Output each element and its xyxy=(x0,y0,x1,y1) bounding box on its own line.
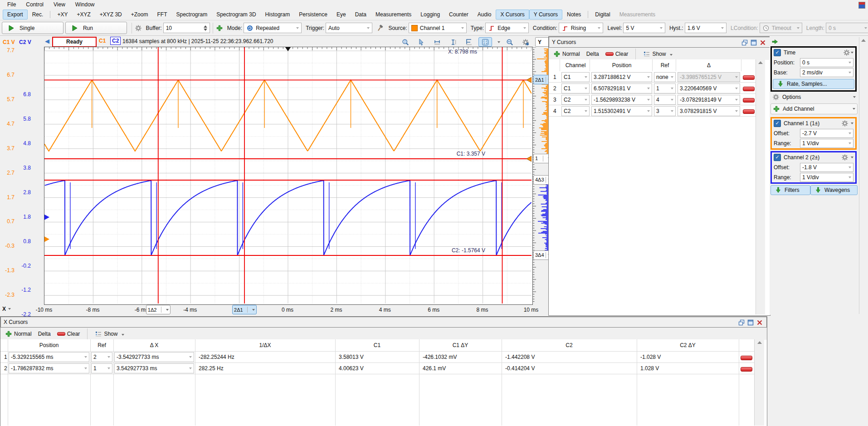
waveform-plot[interactable] xyxy=(44,47,532,304)
remove-cursor-button[interactable] xyxy=(743,86,755,93)
tab-counter[interactable]: Counter xyxy=(444,10,473,20)
tab-histogram[interactable]: Histogram xyxy=(261,10,295,20)
y-cursor-1-position-dropdown[interactable]: 3.287188612 V xyxy=(591,72,652,82)
setting-dropdown[interactable]: -1.8 V xyxy=(800,163,853,172)
tab-eye[interactable]: Eye xyxy=(332,10,351,20)
y-cursor-2-delta-dropdown[interactable]: 3.220640569 V xyxy=(678,83,740,93)
x-cursor-marker-1-2[interactable]: 1Δ2 xyxy=(146,305,171,314)
tab-spectrogram[interactable]: Spectrogram xyxy=(171,10,212,20)
remove-cursor-button[interactable] xyxy=(743,98,755,104)
expand-right-icon[interactable] xyxy=(771,38,779,45)
add-channel-button[interactable]: Add Channel xyxy=(770,103,858,114)
wavegens-button[interactable]: Wavegens xyxy=(810,185,858,195)
y-cursor-4-ref-dropdown[interactable]: 3 xyxy=(654,106,676,116)
remove-cursor-button[interactable] xyxy=(743,75,755,81)
x-cursor-1-position-dropdown[interactable]: -5.329215565 ms xyxy=(9,352,89,362)
add-normal-cursor-button[interactable]: Normal xyxy=(3,329,34,338)
channel-enable-checkbox[interactable]: ✓ xyxy=(774,120,781,127)
y-cursor-2-position-dropdown[interactable]: 6.507829181 V xyxy=(591,83,652,93)
tab-measurements[interactable]: Measurements xyxy=(615,10,660,20)
tab-export[interactable]: Export xyxy=(3,10,28,20)
add-delta-cursor-button[interactable]: Delta xyxy=(585,50,601,58)
filters-button[interactable]: Filters xyxy=(770,185,810,195)
y-cursor-2-ref-dropdown[interactable]: 1 xyxy=(654,83,676,93)
edge-measure-button[interactable] xyxy=(463,38,475,46)
plot-settings-button[interactable] xyxy=(519,38,532,46)
y-cursors-scrollbar[interactable] xyxy=(756,59,765,314)
y-cursor-3-ref-dropdown[interactable]: 4 xyxy=(654,95,676,105)
menu-window[interactable]: Window xyxy=(71,0,99,9)
remove-cursor-button[interactable] xyxy=(743,109,755,115)
add-normal-cursor-button[interactable]: Normal xyxy=(551,49,582,59)
x-cursor-1-dx-dropdown[interactable]: -3.542927733 ms xyxy=(114,352,194,362)
channel-enable-checkbox[interactable]: ✓ xyxy=(774,154,781,161)
menu-view[interactable]: View xyxy=(49,0,70,9)
trigger-dropdown[interactable]: Auto xyxy=(326,23,372,33)
setting-dropdown[interactable]: 1 V/div xyxy=(800,173,853,182)
condition-dropdown[interactable]: Rising xyxy=(559,23,604,33)
add-delta-cursor-button[interactable]: Delta xyxy=(36,330,53,338)
y-cursor-1-channel-dropdown[interactable]: C1 xyxy=(561,72,590,82)
tab-notes[interactable]: Notes xyxy=(562,10,585,20)
collapse-left-icon[interactable]: ◀ xyxy=(45,38,49,44)
x-cursors-scrollbar[interactable] xyxy=(754,339,764,426)
clear-cursors-button[interactable]: Clear xyxy=(604,50,630,58)
menu-file[interactable]: File xyxy=(3,0,20,9)
x-cursor-marker-2-1[interactable]: 2Δ1 xyxy=(232,305,257,314)
tab-zoom[interactable]: +Zoom xyxy=(127,10,153,20)
hysteresis-dropdown[interactable]: 1.6 V xyxy=(685,23,727,33)
tab-x-cursors[interactable]: X Cursors xyxy=(496,10,529,20)
tab-audio[interactable]: Audio xyxy=(473,10,496,20)
y-cursor-1-ref-dropdown[interactable]: none xyxy=(654,72,676,82)
buffer-spinbox[interactable]: 10 xyxy=(163,23,210,33)
app-corner-icon[interactable] xyxy=(858,2,865,9)
y-cursor-3-delta-dropdown[interactable]: -3.0782918149 V xyxy=(678,95,740,105)
show-menu-button[interactable]: Show xyxy=(641,49,674,59)
setting-dropdown[interactable]: 2 ms/div xyxy=(800,68,853,77)
y-cursors-titlebar[interactable]: Y Cursors xyxy=(549,37,770,48)
x-axis-selector[interactable]: X xyxy=(2,306,11,312)
tab-fft[interactable]: FFT xyxy=(152,10,171,20)
y-cursor-4-position-dropdown[interactable]: 1.515302491 V xyxy=(591,106,652,116)
tab-xyz-3d[interactable]: +XYZ 3D xyxy=(95,10,127,20)
close-window-button[interactable] xyxy=(759,39,767,46)
x-cursor-1-ref-dropdown[interactable]: 2 xyxy=(91,352,112,362)
setting-dropdown[interactable]: -2.7 V xyxy=(800,129,853,138)
tab-rec[interactable]: Rec. xyxy=(28,10,48,20)
tab-data[interactable]: Data xyxy=(351,10,371,20)
tab-digital[interactable]: Digital xyxy=(590,10,614,20)
zoom-fit-button[interactable] xyxy=(503,38,516,46)
float-window-button[interactable] xyxy=(741,39,749,46)
sidebar-scrollbar[interactable] xyxy=(859,37,868,314)
level-dropdown[interactable]: 5 V xyxy=(623,23,665,33)
plot-area[interactable] xyxy=(44,47,533,305)
h-measure-button[interactable] xyxy=(431,38,444,46)
menu-control[interactable]: Control xyxy=(21,0,48,9)
channel-gear-icon[interactable] xyxy=(841,154,848,161)
single-button[interactable]: Single xyxy=(2,22,63,34)
y-cursor-3-channel-dropdown[interactable]: C2 xyxy=(561,95,590,105)
tab-spectrogram-3d[interactable]: Spectrogram 3D xyxy=(212,10,260,20)
tab-xyz[interactable]: +XYZ xyxy=(72,10,95,20)
trigger-tool-icon[interactable] xyxy=(377,24,384,32)
time-enable-checkbox[interactable]: ✓ xyxy=(774,49,781,56)
x-cursor-2-position-dropdown[interactable]: -1.786287832 ms xyxy=(9,363,89,373)
type-dropdown[interactable]: Edge xyxy=(485,23,529,33)
tab-persistence[interactable]: Persistence xyxy=(294,10,332,20)
remove-cursor-button[interactable] xyxy=(741,355,752,362)
y-cursor-4-channel-dropdown[interactable]: C2 xyxy=(561,106,590,116)
rate-samples-button[interactable]: Rate, Samples... xyxy=(773,79,854,89)
y-cursor-2-channel-dropdown[interactable]: C1 xyxy=(561,83,590,93)
pointer-mode-button[interactable] xyxy=(415,38,428,46)
grid-layout-button[interactable]: 1234 xyxy=(478,37,492,47)
mode-dropdown[interactable]: Repeated xyxy=(244,23,302,33)
y-cursor-4-delta-dropdown[interactable]: 3.078291815 V xyxy=(678,106,740,116)
clear-cursors-button[interactable]: Clear xyxy=(55,330,82,338)
show-menu-button[interactable]: Show xyxy=(93,329,126,338)
y-cursor-3-position-dropdown[interactable]: -1.5629893238 V xyxy=(591,95,652,105)
channel2-badge[interactable]: C2 xyxy=(110,37,121,45)
channel-gear-icon[interactable] xyxy=(841,120,848,127)
channel1-badge[interactable]: C1 xyxy=(99,38,106,44)
buffer-gear-icon[interactable] xyxy=(135,24,142,32)
add-mode-icon[interactable] xyxy=(216,24,223,32)
